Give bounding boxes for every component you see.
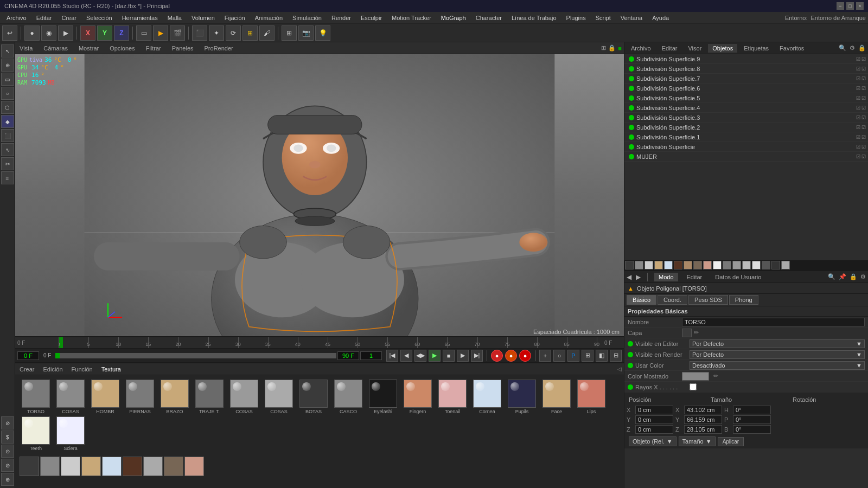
mat-item-13[interactable]: Cornea <box>471 380 503 414</box>
next-frame-btn[interactable]: ▶ <box>457 350 469 362</box>
mat-tab-textura[interactable]: Textura <box>99 365 123 374</box>
strip-swatch-12[interactable] <box>742 261 751 269</box>
rpanel-lock-icon[interactable]: 🔒 <box>858 44 866 52</box>
strip-swatch-13[interactable] <box>752 261 761 269</box>
menu-linea-trabajo[interactable]: Línea de Trabajo <box>507 14 561 22</box>
coords-size-dropdown[interactable]: Tamaño ▼ <box>679 436 716 446</box>
tool-render2[interactable]: 🎬 <box>170 25 185 41</box>
left-tool-5[interactable]: ⬡ <box>1 101 14 114</box>
menu-malla[interactable]: Malla <box>163 14 186 22</box>
tree-item-8[interactable]: Subdivisión Superficie.1☑☑ <box>624 132 868 142</box>
menu-fijacion[interactable]: Fijación <box>220 14 250 22</box>
strip-swatch-0[interactable] <box>625 261 634 269</box>
mat-item-4[interactable]: BRAZO <box>158 380 191 414</box>
left-tool-7[interactable]: ⬛ <box>1 129 14 142</box>
pos-y-input[interactable] <box>635 415 673 424</box>
props-pin-icon[interactable]: 📌 <box>839 273 846 280</box>
mat-item-11[interactable]: Fingern <box>401 380 434 414</box>
tool-camera[interactable]: 📷 <box>298 25 314 41</box>
props-nav-left[interactable]: ◀ <box>627 273 631 281</box>
tree-item-2[interactable]: Subdivisión Superficie.7☑☑ <box>624 74 868 84</box>
rot-b-input[interactable] <box>733 425 771 434</box>
subtab-coord[interactable]: Coord. <box>658 295 687 305</box>
rot-h-input[interactable] <box>733 406 771 414</box>
strip-swatch-2[interactable] <box>644 261 653 269</box>
tool-z[interactable]: Z <box>114 25 129 41</box>
tool-select-rect[interactable]: ▭ <box>136 25 151 41</box>
capa-color-btn[interactable] <box>682 329 692 337</box>
undo-btn[interactable]: ↩ <box>2 25 17 41</box>
mat-thumb-small-0[interactable] <box>20 457 39 476</box>
left-tool-bottom2[interactable]: $ <box>1 431 14 444</box>
tree-item-10[interactable]: MUJER☑☑ <box>624 152 868 162</box>
left-tool-8[interactable]: ∿ <box>1 143 14 156</box>
rot-p-input[interactable] <box>733 415 771 424</box>
key2-btn[interactable]: ○ <box>553 350 565 362</box>
menu-motion-tracker[interactable]: Motion Tracker <box>387 14 436 22</box>
mode-scene[interactable]: ◉ <box>41 25 56 41</box>
tab-vista[interactable]: Vista <box>17 44 35 53</box>
prop-nombre-input[interactable] <box>682 318 865 326</box>
fps-display[interactable]: 1 <box>360 351 382 360</box>
menu-character[interactable]: Character <box>471 14 506 22</box>
mat-item-1[interactable]: COSAS <box>54 380 87 414</box>
mat-thumb-small-2[interactable] <box>61 457 80 476</box>
tab-filtrar[interactable]: Filtrar <box>144 44 163 53</box>
tab-camaras[interactable]: Cámaras <box>41 44 70 53</box>
tool-rotate[interactable]: ⟳ <box>226 25 241 41</box>
timeline-scrubber[interactable] <box>55 353 336 358</box>
menu-seleccion[interactable]: Selección <box>82 14 117 22</box>
mat-thumb-small-4[interactable] <box>102 457 122 476</box>
strip-swatch-9[interactable] <box>713 261 722 269</box>
tool-grid[interactable]: ⊞ <box>282 25 297 41</box>
mat-item-9[interactable]: CASCO <box>332 380 365 414</box>
key4-btn[interactable]: ⊞ <box>582 350 593 362</box>
menu-esculpir[interactable]: Esculpir <box>356 14 386 22</box>
tree-item-3[interactable]: Subdivisión Superficie.6☑☑ <box>624 84 868 93</box>
mat-item-8[interactable]: BOTAS <box>297 380 330 414</box>
minimize-btn[interactable]: − <box>837 2 844 10</box>
strip-swatch-15[interactable] <box>771 261 780 269</box>
frame-end-display[interactable]: 90 F <box>337 351 359 360</box>
pos-z-input[interactable] <box>635 425 673 434</box>
tool-light[interactable]: 💡 <box>315 25 330 41</box>
rpanel-gear-icon[interactable]: ⚙ <box>850 44 855 52</box>
tab-prorender[interactable]: ProRender <box>202 44 235 53</box>
tool-x[interactable]: X <box>80 25 95 41</box>
mat-thumb-small-3[interactable] <box>81 457 101 476</box>
left-tool-bottom4[interactable]: ⊘ <box>1 459 14 472</box>
color-mostrado-swatch[interactable] <box>682 372 709 381</box>
props-search-icon[interactable]: 🔍 <box>828 273 835 280</box>
key6-btn[interactable]: ⊟ <box>610 350 622 362</box>
mode-anim[interactable]: ▶ <box>58 25 73 41</box>
tab-paneles[interactable]: Paneles <box>170 44 196 53</box>
menu-archivo[interactable]: Archivo <box>2 14 31 22</box>
menu-simulacion[interactable]: Simulación <box>288 14 326 22</box>
menu-render[interactable]: Render <box>327 14 355 22</box>
tool-y[interactable]: Y <box>97 25 112 41</box>
tab-visor[interactable]: Visor <box>684 44 706 53</box>
left-tool-bottom3[interactable]: ⊙ <box>1 445 14 458</box>
tab-etiquetas[interactable]: Etiquetas <box>739 44 773 53</box>
mat-item-16[interactable]: Lips <box>575 380 608 414</box>
menu-script[interactable]: Script <box>591 14 615 22</box>
mat-thumb-small-6[interactable] <box>143 457 163 476</box>
strip-swatch-11[interactable] <box>732 261 741 269</box>
tab-editar[interactable]: Editar <box>658 44 682 53</box>
left-tool-9[interactable]: ✂ <box>1 157 14 170</box>
visible-editor-dropdown[interactable]: Por Defecto▼ <box>690 339 865 348</box>
tool-move[interactable]: ✦ <box>209 25 224 41</box>
stop-btn[interactable]: ■ <box>443 350 455 362</box>
tree-item-4[interactable]: Subdivisión Superficie.5☑☑ <box>624 93 868 103</box>
strip-swatch-8[interactable] <box>703 261 712 269</box>
tab-archivo[interactable]: Archivo <box>627 44 655 53</box>
subtab-basico[interactable]: Básico <box>627 295 656 305</box>
subtab-peso-sds[interactable]: Peso SDS <box>688 295 728 305</box>
strip-swatch-3[interactable] <box>654 261 663 269</box>
strip-swatch-14[interactable] <box>762 261 770 269</box>
key3-btn[interactable]: P <box>567 350 579 362</box>
tool-cube[interactable]: ⬛ <box>192 25 207 41</box>
color-edit-icon[interactable]: ✏ <box>713 373 718 380</box>
play-btn[interactable]: ▶ <box>429 350 441 362</box>
tab-favoritos[interactable]: Favoritos <box>775 44 808 53</box>
